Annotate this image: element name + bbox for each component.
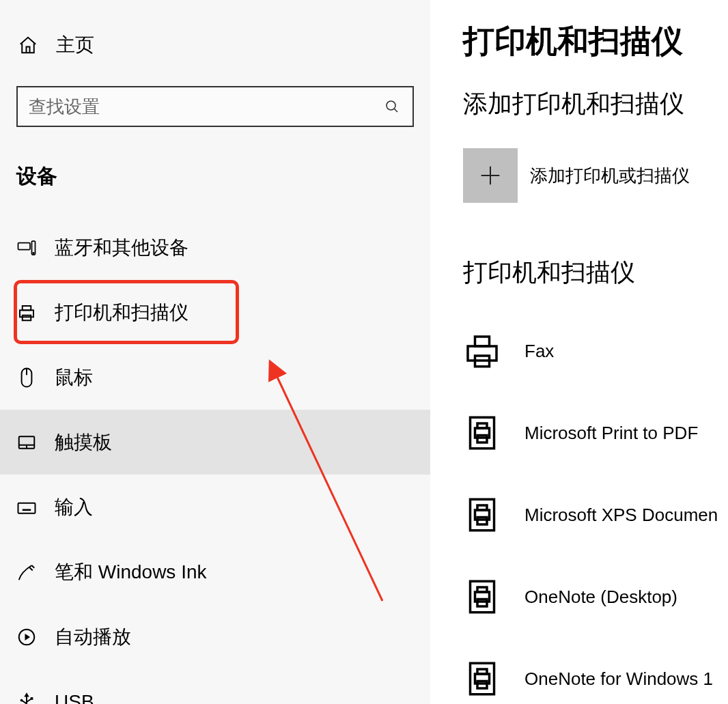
svg-rect-31	[468, 346, 496, 361]
svg-marker-21	[25, 634, 31, 640]
search-placeholder: 查找设置	[29, 95, 384, 119]
svg-rect-13	[18, 503, 36, 513]
sidebar-item-pen[interactable]: 笔和 Windows Ink	[0, 539, 430, 604]
sidebar-item-label: USB	[55, 691, 94, 705]
sidebar-item-touchpad[interactable]: 触摸板	[0, 410, 430, 475]
virtual-printer-icon	[463, 660, 524, 698]
printers-list-heading: 打印机和扫描仪	[463, 256, 728, 290]
svg-rect-7	[23, 315, 31, 320]
fax-icon	[463, 332, 524, 370]
svg-rect-32	[475, 337, 490, 346]
printer-label: OneNote for Windows 1	[524, 668, 713, 690]
printer-icon	[16, 302, 55, 323]
usb-icon	[16, 692, 55, 705]
printer-label: Microsoft Print to PDF	[524, 423, 698, 444]
section-title-devices: 设备	[16, 163, 430, 191]
svg-rect-6	[23, 306, 31, 310]
page-title: 打印机和扫描仪	[463, 20, 728, 63]
printer-label: OneNote (Desktop)	[524, 587, 677, 608]
printer-item-pdf[interactable]: Microsoft Print to PDF	[463, 392, 728, 474]
svg-marker-24	[24, 692, 29, 696]
sidebar-item-autoplay[interactable]: 自动播放	[0, 604, 430, 669]
printer-label: Fax	[524, 341, 554, 362]
add-printer-button[interactable]: 添加打印机或扫描仪	[463, 148, 728, 203]
home-button[interactable]: 主页	[0, 20, 430, 70]
virtual-printer-icon	[463, 578, 524, 616]
pen-icon	[16, 562, 55, 582]
sidebar-item-typing[interactable]: 输入	[0, 475, 430, 539]
sidebar-item-label: 鼠标	[55, 365, 93, 391]
search-input[interactable]: 查找设置	[16, 86, 414, 127]
sidebar-item-label: 蓝牙和其他设备	[55, 235, 188, 261]
plus-icon	[463, 148, 518, 203]
virtual-printer-icon	[463, 414, 524, 452]
svg-rect-48	[477, 669, 487, 674]
printer-item-onenote-win[interactable]: OneNote for Windows 1	[463, 638, 728, 704]
printer-label: Microsoft XPS Documen	[524, 505, 718, 526]
add-section-heading: 添加打印机和扫描仪	[463, 87, 728, 121]
home-icon	[18, 35, 56, 55]
sidebar-item-bluetooth[interactable]: 蓝牙和其他设备	[0, 215, 430, 280]
autoplay-icon	[16, 627, 55, 647]
svg-point-4	[33, 252, 34, 253]
sidebar-item-printers[interactable]: 打印机和扫描仪	[0, 280, 430, 345]
sidebar-item-mouse[interactable]: 鼠标	[0, 345, 430, 410]
printer-item-xps[interactable]: Microsoft XPS Documen	[463, 474, 728, 556]
svg-point-25	[20, 699, 23, 701]
svg-rect-36	[477, 423, 487, 428]
keyboard-icon	[16, 497, 55, 518]
svg-line-1	[394, 109, 397, 112]
svg-rect-40	[477, 505, 487, 510]
sidebar: 主页 查找设置 设备 蓝牙和其他设备	[0, 0, 430, 704]
svg-rect-26	[31, 697, 33, 700]
sidebar-item-label: 触摸板	[55, 430, 112, 455]
svg-rect-44	[477, 587, 487, 592]
printer-item-onenote-desktop[interactable]: OneNote (Desktop)	[463, 556, 728, 638]
sidebar-item-label: 输入	[55, 494, 93, 520]
sidebar-item-label: 笔和 Windows Ink	[55, 559, 207, 585]
bluetooth-devices-icon	[16, 238, 55, 258]
search-icon	[384, 98, 402, 115]
sidebar-item-label: 自动播放	[55, 624, 131, 650]
svg-rect-2	[18, 242, 31, 249]
sidebar-item-label: 打印机和扫描仪	[55, 300, 188, 326]
touchpad-icon	[16, 432, 55, 453]
printer-item-fax[interactable]: Fax	[463, 310, 728, 392]
mouse-icon	[16, 367, 55, 389]
add-printer-label: 添加打印机或扫描仪	[530, 164, 690, 188]
home-label: 主页	[56, 32, 94, 58]
main-pane: 打印机和扫描仪 添加打印机和扫描仪 添加打印机或扫描仪 打印机和扫描仪 Fax	[463, 0, 728, 704]
sidebar-item-usb[interactable]: USB	[0, 669, 430, 704]
virtual-printer-icon	[463, 496, 524, 534]
